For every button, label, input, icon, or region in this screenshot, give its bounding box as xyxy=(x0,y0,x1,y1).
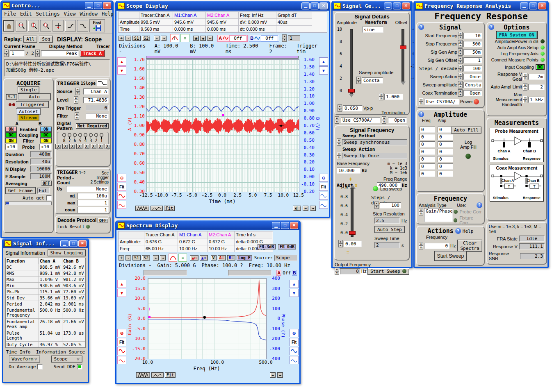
phase-fit-button[interactable]: Fit xyxy=(290,338,299,346)
replay-seq-button[interactable]: Seq xyxy=(39,36,53,43)
steps-decade-field[interactable]: 100 xyxy=(380,202,401,208)
amp-power-db-led[interactable] xyxy=(541,39,545,43)
steps-decade-spinner[interactable]: ▲▼ xyxy=(458,65,463,72)
sweep-method-spinner[interactable]: ▲▼ xyxy=(337,138,341,146)
gate-x-button[interactable]: X xyxy=(62,144,68,149)
response-v-goal-field[interactable]: 2m xyxy=(528,74,545,80)
enabled-a-toggle[interactable]: ON xyxy=(5,127,17,132)
adjust-slider-thumb[interactable] xyxy=(349,231,356,235)
show-logging-button[interactable]: Show Logging xyxy=(48,249,86,256)
b-fit-button[interactable]: Fit xyxy=(319,183,328,191)
help-icon[interactable]: ? xyxy=(418,111,424,117)
minimize-button[interactable]: ▁ xyxy=(85,2,93,9)
adjust-value-field[interactable]: 0.00 xyxy=(344,241,362,247)
maximize-button[interactable]: □ xyxy=(69,240,78,247)
fsample-field[interactable]: 100M xyxy=(30,173,52,179)
maximize-button[interactable]: □ xyxy=(393,2,401,9)
trigger-level-spinner[interactable]: ▲▼ xyxy=(74,96,78,104)
coupling-b-toggle[interactable]: DC xyxy=(40,132,52,138)
phase-scale-down-button[interactable]: ▼ xyxy=(290,289,299,297)
gain-wave-small-icon[interactable] xyxy=(117,356,126,364)
amplitude-value-field[interactable]: 0.050 xyxy=(343,105,363,111)
scope-titlebar[interactable]: Scope Display ▁□✕ xyxy=(116,1,329,11)
spectrum-plot[interactable] xyxy=(148,278,267,359)
sweep-action-spinner[interactable]: ▲▼ xyxy=(458,73,463,80)
auto-step-button[interactable]: Auto Step xyxy=(374,226,405,233)
coax-termination-spinner[interactable]: ▲▼ xyxy=(458,89,463,97)
coax-termination-field[interactable]: Open xyxy=(463,90,482,96)
offset-value-field[interactable]: 1.000 xyxy=(384,94,403,100)
hand-tool-icon[interactable] xyxy=(3,20,14,32)
phase-sine-icon[interactable] xyxy=(290,347,299,355)
probe-corr-led[interactable] xyxy=(454,210,458,214)
dot-tool-icon[interactable]: ◉ xyxy=(193,36,199,41)
trigger-level-field[interactable]: 71.4836 xyxy=(83,97,109,103)
min-field[interactable]: 100u xyxy=(78,193,109,199)
maximize-button[interactable]: □ xyxy=(310,2,319,9)
cursor-crosshair-icon[interactable] xyxy=(52,20,64,32)
x-pan-left-button[interactable]: ← xyxy=(303,206,308,211)
status-field-2[interactable] xyxy=(228,270,271,276)
minimize-button[interactable]: ▁ xyxy=(384,2,392,9)
sparse-wave-button[interactable] xyxy=(151,206,163,211)
termination-field[interactable]: Open xyxy=(388,117,407,123)
auto-ampl-limit-field[interactable]: 2 xyxy=(528,84,545,90)
sig-gen-amp-field[interactable]: 50m xyxy=(463,49,482,55)
sig-gen-offset-field[interactable]: 1 xyxy=(463,57,482,63)
b-sine-icon[interactable] xyxy=(319,192,328,200)
scale-a-up-button[interactable]: ▲ xyxy=(117,57,126,66)
maximize-button[interactable]: □ xyxy=(281,222,289,229)
v-button[interactable]: V xyxy=(211,255,217,261)
x-autoscale-icon[interactable]: ◖▏ xyxy=(293,206,301,211)
amp-freq-field[interactable]: 0 xyxy=(420,134,435,140)
amplitude-value-spinner[interactable]: ▲▼ xyxy=(338,104,342,112)
menu-window[interactable]: Window xyxy=(80,11,98,17)
sweep-action-spinner[interactable]: ▲▼ xyxy=(337,152,341,159)
fast-save-icon[interactable]: Fast xyxy=(89,19,105,32)
resolution-field[interactable]: 40u xyxy=(30,159,52,165)
amp-freq-field[interactable]: 0 xyxy=(420,141,435,147)
sweep-amplitude-spinner[interactable]: ▲▼ xyxy=(458,81,463,88)
output-frequency-field[interactable]: 0 xyxy=(340,268,360,274)
log-freq-axis-led[interactable] xyxy=(541,52,545,56)
x-fit-button[interactable]: Fit xyxy=(165,372,176,378)
a-wave-small-icon[interactable] xyxy=(117,201,126,209)
trigger-slope-icon[interactable] xyxy=(97,80,107,86)
replay-all-button[interactable]: All xyxy=(23,36,37,43)
enabled-b-toggle[interactable]: ON xyxy=(40,127,52,132)
auto-button[interactable]: Auto xyxy=(18,93,51,100)
dense-wave-button[interactable] xyxy=(136,372,150,378)
max-bandwidth-field[interactable]: 1 kHz xyxy=(528,97,545,103)
count-field[interactable]: 1 xyxy=(78,207,109,213)
channel-b-tracer[interactable]: B Off xyxy=(249,35,279,42)
help-icon[interactable]: ? xyxy=(418,24,424,30)
connect-points-led[interactable] xyxy=(541,58,545,62)
get-frame-button[interactable]: Get Frame xyxy=(5,187,36,194)
filter-a-toggle[interactable]: ON xyxy=(5,138,17,143)
auto-ampl-limit-spinner[interactable]: ▲▼ xyxy=(523,83,527,91)
hspan-tool-icon[interactable]: ↔ xyxy=(207,36,213,41)
fr-3db-button[interactable]: FR-3dB xyxy=(258,244,276,249)
s2-button[interactable]: S2 xyxy=(142,255,150,261)
list-settings-icon[interactable]: ≡ xyxy=(180,34,189,42)
zoom-out-button[interactable]: - xyxy=(125,255,131,261)
clear-spectra-button[interactable]: ClearSpectra xyxy=(457,240,482,252)
amp-amp-field[interactable]: 0 xyxy=(438,171,453,177)
pan-left-button[interactable]: ← xyxy=(153,255,159,261)
stop-frequency-spinner[interactable]: ▲▼ xyxy=(458,40,463,48)
close-button[interactable]: ✕ xyxy=(103,2,111,9)
a-fit-button[interactable]: Fit xyxy=(117,183,126,191)
gate-x-button[interactable]: X xyxy=(105,144,110,149)
amp-amp-field[interactable]: 0 xyxy=(438,163,453,170)
scale-a-down-button[interactable]: ▼ xyxy=(117,66,126,75)
amp-freq-field[interactable]: 0 xyxy=(420,127,435,133)
phase-scale-up-button[interactable]: ▲ xyxy=(290,280,299,288)
falling-edge-icon[interactable] xyxy=(77,20,88,32)
gate-x-button[interactable]: X xyxy=(98,144,103,149)
b-peak-icon[interactable]: ▲⊖ xyxy=(200,255,208,261)
minimize-button[interactable]: ▁ xyxy=(301,2,310,9)
sweep-action-field[interactable]: Once xyxy=(463,74,482,80)
amp-freq-field[interactable]: 0 xyxy=(420,149,435,155)
a-list-button[interactable]: A≡ xyxy=(218,255,226,261)
phase-autoscale-icon[interactable]: ⊖ xyxy=(290,329,299,337)
